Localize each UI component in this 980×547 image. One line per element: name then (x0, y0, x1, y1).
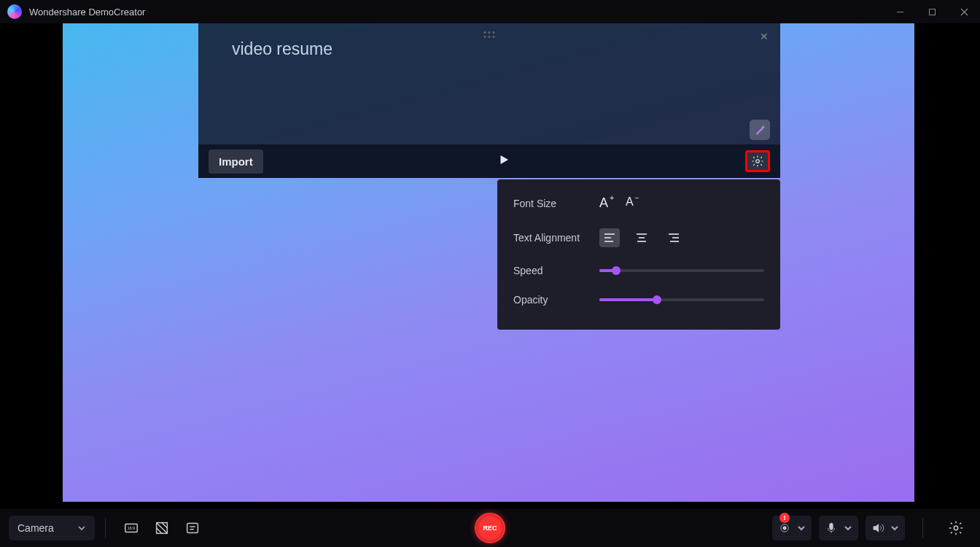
bottom-toolbar: Camera 16:9 REC ! (0, 509, 980, 547)
svg-point-4 (756, 160, 760, 163)
maximize-button[interactable] (916, 0, 948, 23)
close-button[interactable] (948, 0, 980, 23)
ai-wand-button[interactable] (750, 120, 770, 140)
svg-point-24 (783, 527, 787, 530)
align-right-button[interactable] (664, 228, 684, 247)
source-selector[interactable]: Camera (9, 516, 95, 540)
teleprompter-panel: ✕ video resume Import (198, 23, 780, 178)
play-button[interactable] (497, 153, 510, 169)
alignment-label: Text Alignment (513, 232, 599, 244)
font-size-label: Font Size (513, 198, 599, 209)
speaker-toggle[interactable] (866, 516, 905, 540)
app-logo-icon (7, 4, 22, 19)
teleprompter-close-button[interactable]: ✕ (760, 31, 769, 42)
webcam-toggle[interactable]: ! (772, 516, 812, 540)
svg-rect-25 (830, 523, 833, 529)
chevron-down-icon (844, 524, 852, 532)
svg-rect-1 (929, 9, 935, 15)
opacity-label: Opacity (513, 294, 599, 306)
title-bar: Wondershare DemoCreator (0, 0, 980, 23)
chevron-down-icon (77, 524, 86, 532)
teleprompter-settings-popup: Font Size A+ A− Text Alignment Speed Opa… (497, 179, 780, 330)
teleprompter-toolbar: Import (198, 144, 780, 178)
record-button[interactable]: REC (475, 513, 505, 543)
opacity-slider[interactable] (599, 298, 764, 301)
align-left-button[interactable] (599, 228, 620, 247)
divider (922, 518, 923, 538)
font-increase-button[interactable]: A+ (599, 195, 608, 211)
speed-slider[interactable] (599, 269, 764, 272)
chevron-down-icon (890, 524, 899, 532)
teleprompter-toggle-button[interactable] (182, 517, 203, 539)
microphone-toggle[interactable] (819, 516, 858, 540)
drag-handle-icon[interactable] (484, 31, 495, 38)
svg-rect-20 (187, 524, 198, 533)
svg-line-17 (157, 523, 168, 534)
background-button[interactable] (151, 517, 173, 539)
teleprompter-settings-button[interactable] (745, 150, 770, 172)
import-button[interactable]: Import (209, 150, 263, 174)
settings-button[interactable] (945, 517, 967, 539)
source-label: Camera (18, 522, 54, 534)
font-decrease-button[interactable]: A− (626, 195, 634, 211)
speed-label: Speed (513, 265, 599, 276)
svg-line-18 (157, 528, 162, 533)
svg-point-26 (954, 526, 958, 530)
svg-text:16:9: 16:9 (128, 526, 136, 530)
teleprompter-text[interactable]: video resume (232, 39, 332, 59)
alert-badge: ! (779, 513, 790, 523)
minimize-button[interactable] (884, 0, 916, 23)
divider (105, 518, 106, 538)
svg-line-19 (162, 523, 167, 528)
align-center-button[interactable] (631, 228, 652, 247)
app-title: Wondershare DemoCreator (29, 7, 145, 18)
chevron-down-icon (797, 524, 806, 532)
aspect-ratio-button[interactable]: 16:9 (120, 517, 142, 539)
